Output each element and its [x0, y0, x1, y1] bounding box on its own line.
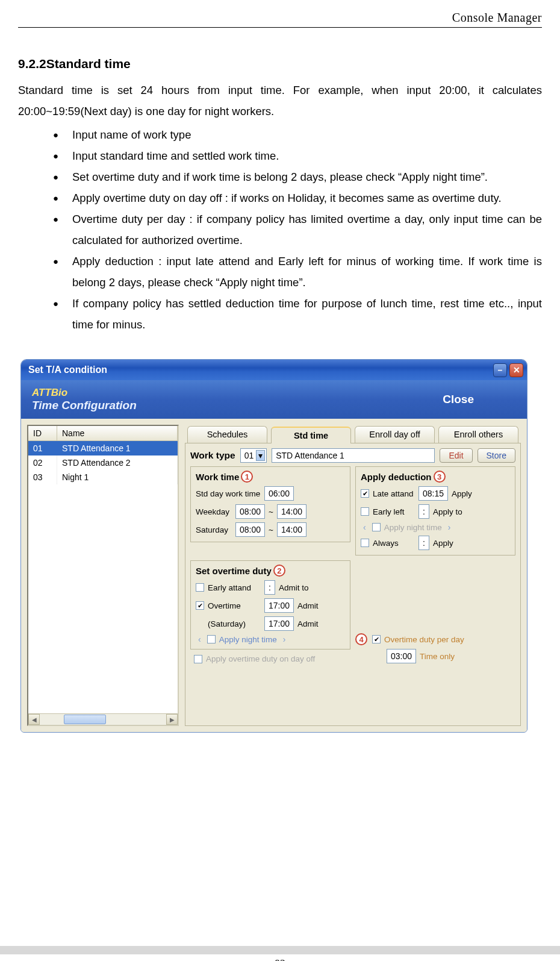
bullet-item: Overtime duty per day : if company polic… [53, 208, 542, 251]
tab-schedules[interactable]: Schedules [187, 426, 267, 443]
early-left-label: Early left [373, 507, 415, 516]
cell-id: 01 [28, 441, 57, 455]
ot-overtime-checkbox[interactable] [196, 601, 204, 610]
early-left-checkbox[interactable] [361, 507, 369, 516]
horizontal-scrollbar[interactable]: ◀ ▶ [28, 713, 178, 725]
marker-4-icon: 4 [355, 633, 367, 645]
ribbon: ATTBio Time Configuration Close [21, 380, 527, 419]
ot-early-suffix: Admit to [279, 583, 309, 592]
deduction-night-label: Apply night time [384, 523, 442, 532]
doc-header: Console Manager [18, 6, 542, 28]
arrow-left-icon: ‹ [196, 634, 204, 644]
saturday-from-field[interactable]: 08:00 [235, 522, 265, 537]
brand-line1: ATTBio [32, 387, 137, 399]
worktype-name-field[interactable]: STD Attendance 1 [272, 448, 435, 463]
right-panel: Schedules Std time Enroll day off Enroll… [185, 425, 521, 726]
late-time-field[interactable]: 08:15 [418, 486, 448, 501]
store-button[interactable]: Store [478, 448, 515, 463]
late-checkbox[interactable] [361, 489, 369, 498]
ot-sat-label: (Saturday) [208, 619, 261, 628]
ot-overtime-suffix: Admit [297, 601, 319, 610]
brand-line2: Time Configuration [32, 399, 137, 412]
arrow-right-icon: › [446, 522, 453, 532]
dialog-body: ID Name 01 STD Attendance 1 02 STD Atten… [21, 419, 527, 732]
early-left-suffix: Apply to [433, 507, 462, 516]
section-name: Standard time [46, 57, 131, 70]
arrow-left-icon: ‹ [361, 522, 369, 532]
ot-overtime-label: Overtime [208, 601, 261, 610]
worktype-listview[interactable]: ID Name 01 STD Attendance 1 02 STD Atten… [27, 425, 179, 726]
tab-content: Work type 01 STD Attendance 1 Edit Store… [185, 443, 521, 726]
tilde-label: ~ [269, 525, 273, 534]
brand: ATTBio Time Configuration [32, 387, 137, 412]
tab-stdtime[interactable]: Std time [271, 427, 351, 443]
ot-early-field[interactable]: : [264, 580, 275, 595]
early-left-time-field[interactable]: : [418, 504, 429, 519]
close-button[interactable]: Close [443, 393, 474, 406]
bullet-item: Input name of work type [53, 124, 542, 145]
cell-id: 02 [28, 455, 57, 470]
always-time-field[interactable]: : [418, 536, 429, 550]
tab-enroll-dayoff[interactable]: Enroll day off [355, 426, 435, 443]
marker-2-icon: 2 [273, 565, 285, 577]
minimize-button[interactable]: – [493, 363, 507, 377]
window-title: Set T/A condition [28, 365, 491, 375]
scroll-left-button[interactable]: ◀ [28, 714, 40, 725]
weekday-from-field[interactable]: 08:00 [235, 504, 265, 519]
cell-name: Night 1 [57, 470, 178, 484]
bullet-item: Apply deduction : input late attend and … [53, 251, 542, 293]
ot-night-checkbox[interactable] [207, 635, 216, 643]
worktype-list-panel: ID Name 01 STD Attendance 1 02 STD Atten… [27, 425, 179, 726]
std-day-field[interactable]: 06:00 [264, 486, 294, 501]
ot-perday-checkbox[interactable] [372, 635, 381, 643]
saturday-to-field[interactable]: 14:00 [277, 522, 306, 537]
cell-name: STD Attendance 2 [57, 455, 178, 470]
ot-sat-field[interactable]: 17:00 [264, 616, 294, 631]
scroll-thumb[interactable] [64, 715, 106, 724]
std-day-label: Std day work time [196, 489, 261, 498]
deduction-night-checkbox[interactable] [372, 523, 381, 531]
tab-enroll-others[interactable]: Enroll others [438, 426, 518, 443]
marker-1-icon: 1 [241, 471, 253, 483]
ot-early-checkbox[interactable] [196, 583, 204, 592]
ot-overtime-field[interactable]: 17:00 [264, 598, 294, 613]
section-number: 9.2.2 [18, 57, 46, 70]
list-row[interactable]: 03 Night 1 [28, 470, 178, 484]
section-title: 9.2.2Standard time [18, 57, 542, 71]
ot-perday-label: Overtime duty per day [384, 635, 464, 644]
edit-button[interactable]: Edit [440, 448, 472, 463]
late-suffix: Apply [452, 489, 472, 498]
cell-id: 03 [28, 470, 57, 484]
marker-3-icon: 3 [434, 471, 446, 483]
bullet-item: Set overtime duty and if work time is be… [53, 166, 542, 187]
ot-perday-field[interactable]: 03:00 [387, 649, 416, 663]
ot-sat-suffix: Admit [297, 619, 319, 628]
weekday-label: Weekday [196, 507, 232, 516]
worktype-id-select[interactable]: 01 [240, 448, 267, 463]
titlebar[interactable]: Set T/A condition – ✕ [21, 360, 527, 380]
weekday-to-field[interactable]: 14:00 [277, 504, 306, 519]
scroll-right-button[interactable]: ▶ [166, 714, 178, 725]
page: Console Manager 9.2.2Standard time Stand… [0, 0, 560, 922]
ot-night-label: Apply night time [219, 635, 277, 644]
saturday-label: Saturday [196, 525, 232, 534]
deduction-group: Apply deduction 3 Late attand 08:15 Appl… [355, 466, 515, 556]
col-name-header[interactable]: Name [57, 426, 178, 441]
col-id-header[interactable]: ID [28, 426, 57, 441]
list-row[interactable]: 02 STD Attendance 2 [28, 455, 178, 470]
worktime-group: Work time 1 Std day work time 06:00 Week… [190, 466, 350, 542]
tabs: Schedules Std time Enroll day off Enroll… [185, 425, 521, 443]
overtime-title: Set overtime duty 2 [196, 565, 285, 577]
list-row[interactable]: 01 STD Attendance 1 [28, 441, 178, 455]
bullet-item: Apply overtime duty on day off : if work… [53, 187, 542, 208]
window-close-button[interactable]: ✕ [509, 363, 523, 377]
bullet-item: Input standard time and settled work tim… [53, 145, 542, 166]
scroll-track[interactable] [40, 714, 166, 725]
deduction-title: Apply deduction 3 [361, 471, 446, 483]
ta-condition-dialog: Set T/A condition – ✕ ATTBio Time Config… [20, 359, 527, 733]
ot-dayoff-checkbox[interactable] [194, 655, 202, 663]
always-checkbox[interactable] [361, 539, 369, 547]
footer-bar [0, 946, 560, 954]
arrow-right-icon: › [281, 634, 288, 644]
section-intro: Standard time is set 24 hours from input… [18, 80, 542, 122]
